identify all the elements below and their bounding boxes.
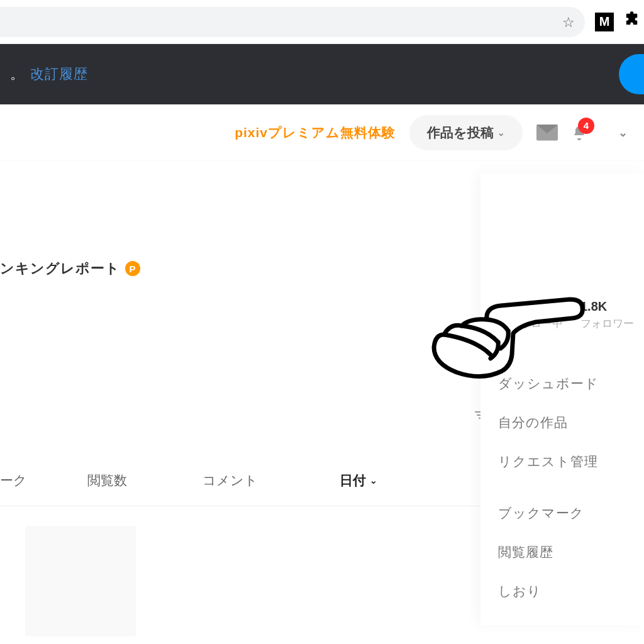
extension-icons: M: [595, 11, 644, 32]
thumbnail[interactable]: [25, 526, 136, 636]
premium-trial-link[interactable]: pixivプレミアム無料体験: [235, 124, 396, 142]
banner-punct: 。: [10, 66, 24, 82]
column-views[interactable]: 閲覧数: [87, 472, 127, 489]
premium-p-badge-icon: P: [125, 261, 140, 276]
chevron-down-icon: ⌄: [370, 475, 377, 486]
account-dropdown-panel: ォロー中 1.8K フォロワー ダッシュボード 自分の作品 リクエスト管理 ブッ…: [480, 174, 644, 625]
notice-banner: 。 改訂履歴: [0, 44, 644, 104]
menu-request-management[interactable]: リクエスト管理: [498, 453, 631, 470]
extension-m-icon[interactable]: M: [595, 13, 614, 31]
bookmark-star-icon[interactable]: ☆: [562, 14, 575, 31]
menu-bookmarks[interactable]: ブックマーク: [498, 504, 631, 522]
account-chevron-icon[interactable]: ⌄: [618, 126, 628, 140]
menu-my-works[interactable]: 自分の作品: [498, 414, 631, 431]
column-bookmark[interactable]: ーク: [0, 472, 27, 489]
account-menu: ダッシュボード 自分の作品 リクエスト管理 ブックマーク 閲覧履歴 しおり: [498, 375, 631, 600]
column-date[interactable]: 日付 ⌄: [340, 472, 377, 489]
column-comments[interactable]: コメント: [203, 472, 258, 489]
ranking-report-heading: ンキングレポート P: [0, 259, 140, 278]
extensions-puzzle-icon[interactable]: [625, 11, 639, 32]
menu-browse-history[interactable]: 閲覧履歴: [498, 543, 631, 561]
column-date-label: 日付: [340, 472, 366, 489]
sort-columns: ーク 閲覧数 コメント 日付 ⌄: [0, 472, 484, 506]
ranking-report-text: ンキングレポート: [0, 259, 120, 278]
banner-cta-button[interactable]: [619, 54, 644, 94]
browser-chrome-bar: ☆ M: [0, 0, 644, 44]
pointing-hand-annotation-icon: [425, 289, 589, 396]
notification-badge: 4: [578, 118, 594, 134]
site-toolbar: pixivプレミアム無料体験 作品を投稿 ⌄ 4 ⌄: [0, 104, 644, 161]
address-bar[interactable]: ☆: [0, 7, 585, 37]
post-work-label: 作品を投稿: [427, 124, 494, 142]
post-work-button[interactable]: 作品を投稿 ⌄: [409, 115, 523, 150]
mail-icon[interactable]: [536, 125, 558, 141]
chevron-down-icon: ⌄: [497, 128, 505, 138]
menu-shiori[interactable]: しおり: [498, 582, 631, 600]
notifications-button[interactable]: 4: [572, 124, 587, 142]
revision-history-link[interactable]: 改訂履歴: [30, 66, 88, 82]
thumbnail-row: [25, 526, 478, 639]
